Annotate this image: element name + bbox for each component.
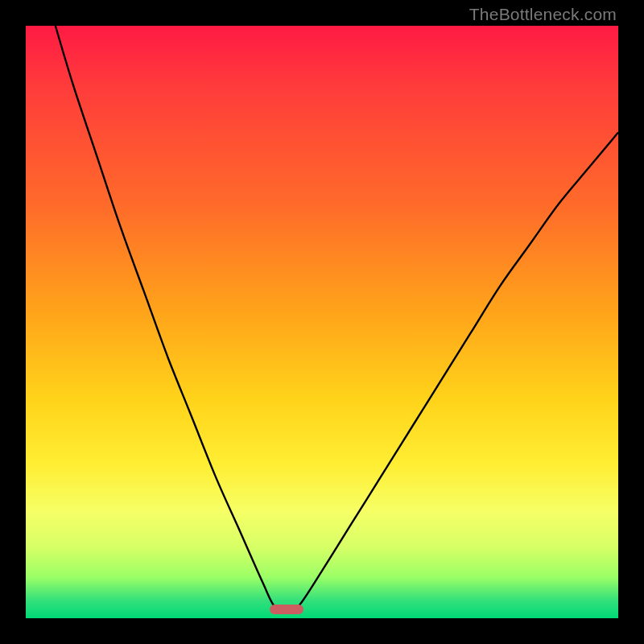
- chart-frame: TheBottleneck.com: [0, 0, 644, 644]
- optimum-marker: [270, 605, 303, 614]
- bottleneck-curve: [56, 26, 618, 610]
- watermark-text: TheBottleneck.com: [469, 5, 617, 24]
- curve-svg: [26, 26, 618, 618]
- plot-area: [26, 26, 618, 618]
